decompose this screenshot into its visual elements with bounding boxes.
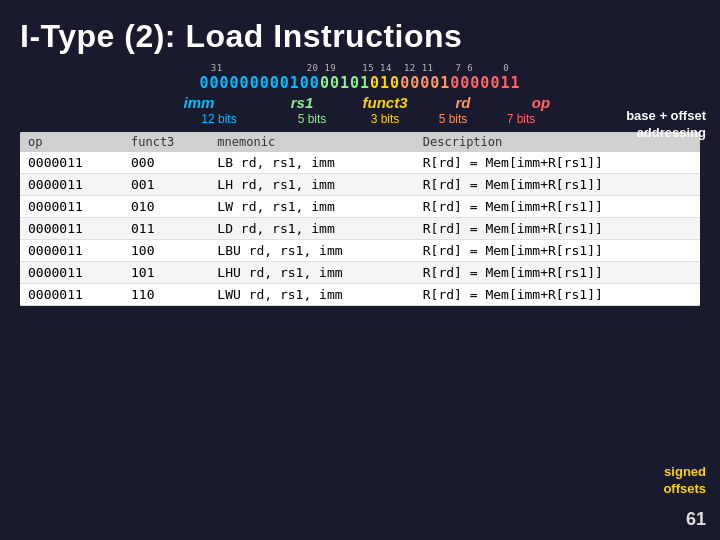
field-imm-size: 12 bits [172, 112, 267, 126]
field-funct3-size: 3 bits [358, 112, 413, 126]
field-op-size: 7 bits [494, 112, 549, 126]
field-rs1-size: 5 bits [285, 112, 340, 126]
binary-display: 31 20 19 15 14 12 11 7 6 0 0000000001000… [20, 63, 700, 126]
table-cell: 0000011 [20, 174, 123, 196]
instruction-table: op funct3 mnemonic Description 000001100… [20, 132, 700, 306]
table-cell: 0000011 [20, 284, 123, 306]
page-title: I-Type (2): Load Instructions [20, 18, 700, 55]
table-cell: 000 [123, 152, 209, 174]
table-cell: 0000011 [20, 218, 123, 240]
bit-pos-20: 20 19 [307, 63, 337, 73]
table-cell: R[rd] = Mem[imm+R[rs1]] [415, 152, 700, 174]
page-number: 61 [686, 509, 706, 530]
table-row: 0000011100LBU rd, rs1, immR[rd] = Mem[im… [20, 240, 700, 262]
binary-funct3: 010 [370, 74, 400, 92]
field-funct3-label: funct3 [358, 94, 413, 111]
table-header-row: op funct3 mnemonic Description [20, 132, 700, 152]
field-op-label: op [514, 94, 569, 111]
table-cell: LB rd, rs1, imm [209, 152, 414, 174]
bit-pos-7: 7 6 [455, 63, 473, 73]
col-header-funct3: funct3 [123, 132, 209, 152]
table-row: 0000011010LW rd, rs1, immR[rd] = Mem[imm… [20, 196, 700, 218]
table-cell: R[rd] = Mem[imm+R[rs1]] [415, 174, 700, 196]
col-header-mnemonic: mnemonic [209, 132, 414, 152]
table-cell: LBU rd, rs1, imm [209, 240, 414, 262]
table-cell: 001 [123, 174, 209, 196]
table-cell: LH rd, rs1, imm [209, 174, 414, 196]
table-cell: 0000011 [20, 196, 123, 218]
binary-rs1: 00101 [320, 74, 370, 92]
field-sizes-row: 12 bits 5 bits 3 bits 5 bits 7 bits [20, 112, 700, 126]
field-names-row: imm rs1 funct3 rd op [20, 94, 700, 111]
binary-imm: 000000000100 [200, 74, 320, 92]
table-row: 0000011110LWU rd, rs1, immR[rd] = Mem[im… [20, 284, 700, 306]
table-cell: 010 [123, 196, 209, 218]
bit-pos-15: 15 14 [362, 63, 392, 73]
table-cell: LW rd, rs1, imm [209, 196, 414, 218]
table-row: 0000011011LD rd, rs1, immR[rd] = Mem[imm… [20, 218, 700, 240]
signed-offsets-note: signedoffsets [663, 464, 706, 498]
base-offset-note: base + offsetaddressing [626, 108, 706, 142]
table-cell: R[rd] = Mem[imm+R[rs1]] [415, 240, 700, 262]
binary-string: 00000000010000101010000010000011 [20, 74, 700, 92]
table-row: 0000011001LH rd, rs1, immR[rd] = Mem[imm… [20, 174, 700, 196]
table-cell: 110 [123, 284, 209, 306]
table-cell: 101 [123, 262, 209, 284]
bit-pos-0: 0 [503, 63, 509, 73]
bit-pos-12: 12 11 [404, 63, 434, 73]
table-cell: R[rd] = Mem[imm+R[rs1]] [415, 262, 700, 284]
binary-rd: 00001 [400, 74, 450, 92]
table-cell: R[rd] = Mem[imm+R[rs1]] [415, 196, 700, 218]
table-cell: 0000011 [20, 262, 123, 284]
table-cell: LHU rd, rs1, imm [209, 262, 414, 284]
table-cell: 0000011 [20, 152, 123, 174]
table-cell: 011 [123, 218, 209, 240]
table-cell: LD rd, rs1, imm [209, 218, 414, 240]
table-row: 0000011000LB rd, rs1, immR[rd] = Mem[imm… [20, 152, 700, 174]
table-cell: 100 [123, 240, 209, 262]
field-rd-label: rd [441, 94, 486, 111]
field-rs1-label: rs1 [275, 94, 330, 111]
table-cell: R[rd] = Mem[imm+R[rs1]] [415, 218, 700, 240]
table-cell: LWU rd, rs1, imm [209, 284, 414, 306]
table-cell: R[rd] = Mem[imm+R[rs1]] [415, 284, 700, 306]
field-rd-size: 5 bits [431, 112, 476, 126]
table-cell: 0000011 [20, 240, 123, 262]
field-imm-label: imm [152, 94, 247, 111]
bit-pos-31: 31 [211, 63, 223, 73]
slide: I-Type (2): Load Instructions 31 20 19 1… [0, 0, 720, 540]
col-header-op: op [20, 132, 123, 152]
table-row: 0000011101LHU rd, rs1, immR[rd] = Mem[im… [20, 262, 700, 284]
binary-op: 0000011 [450, 74, 520, 92]
